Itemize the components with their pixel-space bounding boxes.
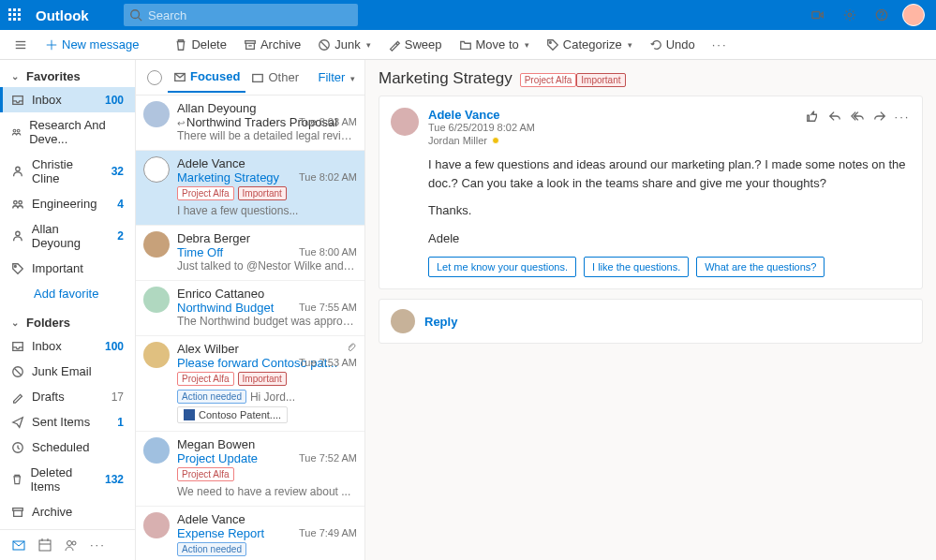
sender-name[interactable]: Adele Vance xyxy=(428,108,535,122)
reply-all-icon[interactable] xyxy=(849,108,866,125)
message-avatar xyxy=(143,512,170,538)
search-box[interactable] xyxy=(124,4,358,26)
junk-icon xyxy=(318,38,331,52)
categorize-button[interactable]: Categorize▾ xyxy=(539,34,640,55)
message-avatar xyxy=(143,342,170,368)
more-email-actions-icon[interactable]: ··· xyxy=(894,108,911,125)
more-modules-icon[interactable]: ··· xyxy=(90,538,106,553)
svg-rect-0 xyxy=(8,8,11,11)
message-preview: Hi Jord... xyxy=(250,391,295,404)
favorite-item[interactable]: Christie Cline32 xyxy=(0,152,135,191)
email-date: Tue 6/25/2019 8:02 AM xyxy=(428,122,535,133)
nav-label: Deleted Items xyxy=(30,465,97,494)
nav-label: Allan Deyoung xyxy=(32,222,110,250)
folder-item[interactable]: Drafts17 xyxy=(0,384,135,409)
help-icon[interactable] xyxy=(867,0,897,30)
teams-call-icon[interactable] xyxy=(803,0,833,30)
message-item[interactable]: Enrico CattaneoNorthwind BudgetTue 7:55 … xyxy=(136,281,364,336)
favorite-item[interactable]: Important xyxy=(0,256,135,281)
nav-count: 4 xyxy=(117,198,124,211)
suggested-reply[interactable]: I like the questions. xyxy=(584,257,689,277)
archive-button[interactable]: Archive xyxy=(236,34,308,55)
svg-rect-5 xyxy=(18,13,21,16)
favorites-header[interactable]: ⌄ Favorites xyxy=(0,60,135,87)
message-time: Tue 7:49 AM xyxy=(299,527,357,538)
favorite-item[interactable]: Research And Deve... xyxy=(0,112,135,152)
message-from: Alex Wilber xyxy=(177,342,357,356)
calendar-module-icon[interactable] xyxy=(37,538,52,553)
favorite-item[interactable]: Allan Deyoung2 xyxy=(0,216,135,256)
message-item[interactable]: Debra BergerTime OffTue 8:00 AMJust talk… xyxy=(136,226,364,281)
message-item[interactable]: Allan Deyoung↩Northwind Traders Proposal… xyxy=(136,96,364,151)
email-title: Marketing Strategy xyxy=(379,69,513,88)
folder-item[interactable]: Inbox100 xyxy=(0,333,135,359)
suggested-reply[interactable]: What are the questions? xyxy=(696,257,825,277)
hamburger-icon[interactable] xyxy=(6,38,36,52)
settings-icon[interactable] xyxy=(835,0,865,30)
forward-icon[interactable] xyxy=(871,108,888,125)
svg-rect-38 xyxy=(39,540,51,551)
folder-item[interactable]: Conversation History xyxy=(0,524,135,529)
select-all-checkbox[interactable] xyxy=(147,70,162,85)
more-actions-button[interactable]: ··· xyxy=(705,34,735,55)
message-item[interactable]: Megan BowenProject UpdateTue 7:52 AMProj… xyxy=(136,432,364,507)
like-icon[interactable] xyxy=(804,108,821,125)
svg-point-23 xyxy=(549,41,551,43)
favorite-item[interactable]: Inbox100 xyxy=(0,87,135,112)
svg-point-29 xyxy=(19,200,22,204)
message-item[interactable]: Adele VanceMarketing StrategyTue 8:02 AM… xyxy=(136,151,364,226)
tab-other[interactable]: Other xyxy=(245,63,305,92)
account-avatar[interactable] xyxy=(899,0,929,30)
folder-item[interactable]: Deleted Items132 xyxy=(0,460,135,499)
category-tag: Important xyxy=(238,186,287,200)
sweep-icon xyxy=(388,38,401,52)
filter-button[interactable]: Filter ▾ xyxy=(318,70,359,84)
delete-button[interactable]: Delete xyxy=(167,34,234,55)
nav-label: Sent Items xyxy=(32,415,90,429)
favorite-item[interactable]: Engineering4 xyxy=(0,191,135,216)
move-to-button[interactable]: Move to▾ xyxy=(452,34,537,55)
reply-button[interactable]: Reply xyxy=(424,315,457,329)
folder-item[interactable]: Archive xyxy=(0,499,135,524)
folder-item[interactable]: Sent Items1 xyxy=(0,409,135,435)
folder-item[interactable]: Scheduled xyxy=(0,435,135,460)
email-paragraph: Adele xyxy=(428,229,911,248)
reply-box[interactable]: Reply xyxy=(379,299,923,344)
attachment-chip[interactable]: Contoso Patent.... xyxy=(177,406,288,423)
message-item[interactable]: Alex WilberPlease forward Contoso pat...… xyxy=(136,336,364,432)
category-tag: Important xyxy=(576,73,625,87)
svg-rect-7 xyxy=(13,18,16,21)
add-favorite-link[interactable]: Add favorite xyxy=(0,281,135,306)
undo-button[interactable]: Undo xyxy=(642,34,703,55)
email-card: Adele Vance Tue 6/25/2019 8:02 AM Jordan… xyxy=(379,96,923,289)
junk-button[interactable]: Junk▾ xyxy=(310,34,378,55)
svg-rect-2 xyxy=(18,8,21,11)
svg-point-43 xyxy=(72,541,76,545)
search-input[interactable] xyxy=(148,8,335,22)
sender-avatar[interactable] xyxy=(391,108,419,136)
app-launcher-icon[interactable] xyxy=(0,0,30,30)
mail-module-icon[interactable] xyxy=(11,538,26,553)
reply-icon[interactable] xyxy=(826,108,843,125)
category-tag: Project Alfa xyxy=(177,372,234,386)
svg-point-27 xyxy=(16,167,20,170)
message-from: Debra Berger xyxy=(177,231,357,245)
message-avatar xyxy=(143,156,170,183)
command-bar: New message Delete Archive Junk▾ Sweep M… xyxy=(0,30,936,60)
folders-header[interactable]: ⌄ Folders xyxy=(0,306,135,333)
nav-count: 2 xyxy=(117,229,124,243)
other-label: Other xyxy=(268,70,299,84)
message-time: Tue 8:00 AM xyxy=(299,246,357,258)
add-favorite-label: Add favorite xyxy=(34,287,98,301)
people-module-icon[interactable] xyxy=(64,538,79,553)
tab-focused[interactable]: Focused xyxy=(168,62,245,93)
message-avatar xyxy=(143,287,170,313)
suggested-reply[interactable]: Let me know your questions. xyxy=(428,257,576,277)
folder-move-icon xyxy=(459,38,472,52)
message-item[interactable]: Adele VanceExpense ReportTue 7:49 AMActi… xyxy=(136,507,364,560)
message-from: Allan Deyoung xyxy=(177,101,357,115)
folder-item[interactable]: Junk Email xyxy=(0,359,135,384)
folder-pane: ⌄ Favorites Inbox100Research And Deve...… xyxy=(0,60,136,560)
sweep-button[interactable]: Sweep xyxy=(380,34,450,55)
new-message-button[interactable]: New message xyxy=(37,34,146,55)
